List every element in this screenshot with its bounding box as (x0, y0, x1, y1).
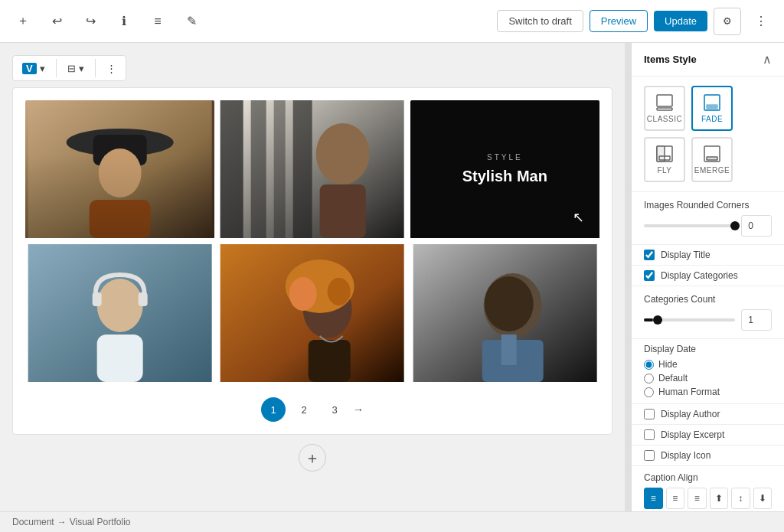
display-date-hide-text: Hide (658, 359, 678, 370)
align-buttons-group: ≡ ≡ ≡ ⬆ ↕ ⬇ (644, 488, 772, 509)
breadcrumb: Document → Visual Portfolio (0, 511, 784, 532)
align-chevron-icon: ▾ (79, 63, 84, 74)
rounded-corners-input[interactable] (741, 215, 772, 237)
categories-count-label: Categories Count (644, 294, 772, 305)
rounded-corners-thumb[interactable] (730, 221, 740, 230)
display-categories-checkbox[interactable] (644, 270, 655, 281)
block-type-button[interactable]: V ▾ (16, 60, 51, 77)
next-page-button[interactable]: → (353, 403, 364, 416)
grid-item-1[interactable] (25, 100, 214, 241)
align-bottom-button[interactable]: ⬇ (753, 488, 773, 509)
fly-icon (655, 145, 674, 163)
settings-gear-button[interactable]: ⚙ (714, 8, 741, 35)
display-date-human-radio[interactable] (644, 387, 654, 397)
scrollbar[interactable] (625, 43, 631, 511)
display-title-section: Display Title (632, 244, 784, 265)
style-option-classic[interactable]: CLASSIC (644, 86, 685, 131)
svg-rect-28 (657, 95, 672, 106)
display-date-default-text: Default (658, 373, 688, 383)
chevron-down-icon: ▾ (40, 63, 45, 74)
rounded-corners-track[interactable] (644, 224, 735, 227)
style-title-text: Stylish Man (462, 168, 547, 185)
page-1-button[interactable]: 1 (261, 397, 286, 422)
classic-label: CLASSIC (647, 115, 682, 123)
display-date-hide-radio[interactable] (644, 360, 654, 370)
edit-button[interactable]: ✎ (178, 8, 205, 35)
svg-rect-7 (251, 100, 266, 238)
image-striped-woman (217, 100, 407, 241)
striped-woman-svg (217, 100, 407, 238)
woman-hat-svg (25, 100, 214, 238)
more-block-options-button[interactable]: ⋮ (100, 60, 122, 77)
page-3-button[interactable]: 3 (322, 397, 347, 422)
rounded-corners-label: Images Rounded Corners (644, 200, 772, 211)
more-options-button[interactable]: ⋮ (747, 8, 775, 35)
align-right-button[interactable]: ≡ (688, 488, 707, 509)
style-option-fly[interactable]: FLY (644, 137, 685, 182)
page-2-button[interactable]: 2 (292, 397, 316, 422)
rounded-corners-slider-row: Images Rounded Corners (632, 192, 784, 244)
display-excerpt-section: Display Excerpt (632, 424, 784, 445)
style-option-emerge[interactable]: EMERGE (691, 137, 733, 182)
switch-to-draft-button[interactable]: Switch to draft (497, 10, 583, 32)
display-icon-section: Display Icon (632, 445, 784, 465)
emerge-icon (703, 145, 721, 163)
display-excerpt-checkbox[interactable] (644, 429, 655, 440)
caption-align-container: Caption Align ≡ ≡ ≡ ⬆ ↕ ⬇ (632, 466, 784, 511)
panel-close-button[interactable]: ∧ (763, 52, 772, 67)
align-top-button[interactable]: ⬆ (710, 488, 729, 509)
breadcrumb-document: Document (12, 517, 54, 527)
preview-button[interactable]: Preview (590, 10, 648, 32)
main-area: V ▾ ⊟ ▾ ⋮ (0, 43, 784, 511)
toolbar-separator (56, 59, 57, 77)
categories-count-section: Categories Count (632, 286, 784, 338)
breadcrumb-visual-portfolio: Visual Portfolio (70, 517, 131, 527)
grid-item-6[interactable] (410, 244, 599, 385)
grid-item-4[interactable] (25, 244, 214, 385)
grid-item-2[interactable] (217, 100, 407, 241)
toolbar-separator-2 (95, 59, 96, 77)
classic-icon (655, 93, 674, 112)
grid-item-3[interactable]: STYLE Stylish Man ↖ (410, 100, 599, 241)
list-view-button[interactable]: ≡ (144, 8, 172, 35)
svg-rect-22 (309, 340, 351, 382)
display-date-default-row: Default (644, 371, 772, 385)
image-woman-hat (25, 100, 214, 238)
caption-align-label: Caption Align (644, 472, 772, 483)
align-left-button[interactable]: ≡ (644, 488, 663, 509)
top-bar-left: ＋ ↩ ↪ ℹ ≡ ✎ (9, 8, 205, 35)
align-icon: ⊟ (67, 63, 76, 74)
categories-slider-control (644, 309, 772, 331)
svg-point-21 (328, 278, 351, 305)
image-curly-woman (217, 244, 407, 385)
categories-count-fill (644, 318, 653, 321)
top-bar: ＋ ↩ ↪ ℹ ≡ ✎ Switch to draft Preview Upda… (0, 0, 784, 43)
add-block-button[interactable]: ＋ (299, 444, 326, 472)
display-icon-checkbox[interactable] (644, 450, 655, 461)
image-stylish-man: STYLE Stylish Man ↖ (410, 100, 599, 238)
align-middle-button[interactable]: ↕ (731, 488, 750, 509)
categories-count-track[interactable] (644, 318, 735, 321)
emerge-label: EMERGE (694, 166, 730, 175)
update-button[interactable]: Update (654, 11, 707, 31)
align-button[interactable]: ⊟ ▾ (61, 60, 90, 77)
svg-rect-29 (657, 108, 672, 110)
portfolio-container: STYLE Stylish Man ↖ (12, 87, 612, 435)
display-date-default-radio[interactable] (644, 374, 654, 383)
display-author-checkbox[interactable] (644, 409, 655, 419)
add-block-toolbar-button[interactable]: ＋ (9, 8, 37, 35)
style-option-fade[interactable]: FADE (691, 86, 733, 131)
info-button[interactable]: ℹ (110, 8, 138, 35)
categories-count-input[interactable] (741, 309, 772, 331)
align-center-button[interactable]: ≡ (666, 488, 685, 509)
grid-item-5[interactable] (217, 244, 407, 385)
categories-count-thumb[interactable] (653, 315, 662, 325)
redo-button[interactable]: ↪ (77, 8, 104, 35)
display-categories-row: Display Categories (632, 266, 784, 286)
svg-rect-33 (657, 146, 665, 162)
breadcrumb-separator: → (57, 517, 67, 527)
display-title-checkbox[interactable] (644, 250, 655, 260)
undo-button[interactable]: ↩ (43, 8, 70, 35)
svg-rect-8 (274, 100, 286, 238)
svg-point-20 (289, 277, 317, 311)
